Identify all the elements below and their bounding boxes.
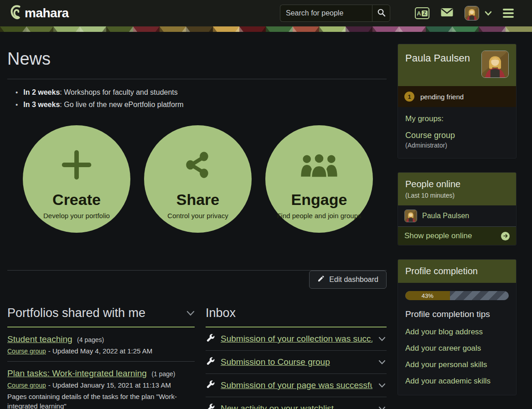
wrench-icon xyxy=(207,404,215,409)
share-sublabel: Control your privacy xyxy=(144,212,252,220)
profile-name: Paula Paulsen xyxy=(405,52,470,64)
pending-friend-row[interactable]: 1 pending friend xyxy=(398,86,516,107)
create-sublabel: Develop your portfolio xyxy=(23,212,130,220)
profile-completion-header: Profile completion xyxy=(398,260,516,283)
pending-count-badge: 1 xyxy=(404,92,414,102)
inbox-message-link[interactable]: Submission of your collection was succ..… xyxy=(221,334,372,344)
portfolios-shared-title: Portfolios shared with me xyxy=(7,306,145,320)
wrench-icon xyxy=(207,357,215,367)
create-circle-button[interactable]: Create Develop your portfolio xyxy=(23,125,130,233)
profile-card-header: Paula Paulsen xyxy=(398,44,516,86)
profile-completion-card: Profile completion 43% Profile completio… xyxy=(398,259,517,395)
main-content: News In 2 weeks: Workshops for faculty a… xyxy=(7,44,387,409)
create-label: Create xyxy=(23,191,130,209)
profile-card: Paula Paulsen 1 xyxy=(398,44,517,158)
search-form xyxy=(280,5,390,22)
hamburger-icon xyxy=(503,9,514,10)
news-list: In 2 weeks: Workshops for faculty and st… xyxy=(15,88,387,109)
engage-sublabel: Find people and join groups xyxy=(265,212,373,220)
mahara-koru-icon xyxy=(9,3,23,24)
inbox-chevron-down-icon[interactable] xyxy=(378,360,386,365)
page-title: News xyxy=(7,49,387,69)
inbox-list-item: New activity on your watchlist xyxy=(206,397,387,409)
tip-link-academic-skills[interactable]: Add your academic skills xyxy=(405,377,509,386)
progress-percent-label: 43% xyxy=(422,292,434,299)
my-groups-heading: My groups: xyxy=(405,114,509,123)
profile-avatar[interactable] xyxy=(481,51,509,78)
my-groups-section: My groups: Course group (Administrator) xyxy=(398,107,516,158)
inbox-list-item: Submission of your page was successful xyxy=(206,374,387,397)
profile-completion-tips-heading: Profile completion tips xyxy=(405,309,509,319)
page-layout: News In 2 weeks: Workshops for faculty a… xyxy=(0,32,532,409)
share-label: Share xyxy=(144,191,252,209)
user-menu-avatar[interactable] xyxy=(465,6,479,20)
inbox-message-link[interactable]: Submission of your page was successful xyxy=(221,380,372,390)
envelope-icon xyxy=(440,7,454,20)
quicklink-circles: Create Develop your portfolio Share Cont… xyxy=(23,125,387,233)
translate-icon: A xyxy=(417,10,421,17)
strip-segment xyxy=(506,26,532,32)
portfolios-chevron-down-icon[interactable] xyxy=(186,311,195,316)
group-link[interactable]: Course group xyxy=(405,131,509,140)
dashboard-toolbar: Edit dashboard xyxy=(7,270,387,289)
portfolio-updated: - Updated May 4, 2022 at 1:25 AM xyxy=(48,347,152,355)
portfolio-link[interactable]: Student teaching xyxy=(7,334,72,344)
inbox-message-link[interactable]: New activity on your watchlist xyxy=(221,404,372,409)
inbox-chevron-down-icon[interactable] xyxy=(378,406,386,409)
portfolio-list-item: Student teaching (4 pages) Course group-… xyxy=(7,327,195,362)
show-people-online-label: Show people online xyxy=(404,231,472,240)
inbox-list-item: Submission to Course group xyxy=(206,351,387,374)
online-person-avatar[interactable] xyxy=(404,210,417,222)
tip-link-blog-address[interactable]: Add your blog address xyxy=(405,327,509,337)
people-online-card: People online (Last 10 minutes) xyxy=(398,172,517,245)
user-menu-chevron-down-icon[interactable] xyxy=(485,11,492,16)
inbox-chevron-down-icon[interactable] xyxy=(378,383,386,388)
user-avatar-image xyxy=(465,6,479,20)
people-online-subtitle: (Last 10 minutes) xyxy=(405,192,509,199)
pencil-icon xyxy=(317,275,325,284)
users-icon xyxy=(265,145,373,184)
profile-completion-title: Profile completion xyxy=(405,266,509,276)
portfolio-group-link[interactable]: Course group xyxy=(7,382,46,389)
decorative-strip xyxy=(0,26,532,32)
portfolio-page-count: (4 pages) xyxy=(77,336,104,343)
edit-dashboard-button[interactable]: Edit dashboard xyxy=(309,271,387,289)
news-divider xyxy=(7,79,387,79)
news-item: In 2 weeks: Workshops for faculty and st… xyxy=(15,88,387,97)
inbox-message-link[interactable]: Submission to Course group xyxy=(221,357,372,367)
inbox-block: Inbox Submission of your collection was … xyxy=(206,306,387,409)
profile-completion-progressbar: 43% xyxy=(405,291,509,300)
inbox-chevron-down-icon[interactable] xyxy=(378,337,386,342)
portfolio-page-count: (1 page) xyxy=(151,370,175,378)
engage-label: Engage xyxy=(265,191,373,209)
portfolios-shared-block: Portfolios shared with me Student teachi… xyxy=(7,306,195,409)
engage-circle-button[interactable]: Engage Find people and join groups xyxy=(265,125,373,233)
inbox-title: Inbox xyxy=(206,306,236,320)
people-online-title: People online xyxy=(405,179,509,189)
show-people-online-button[interactable]: Show people online xyxy=(398,227,516,245)
tip-link-personal-skills[interactable]: Add your personal skills xyxy=(405,360,509,369)
arrow-right-icon xyxy=(501,232,510,240)
people-online-header: People online (Last 10 minutes) xyxy=(398,173,516,205)
messages-button[interactable] xyxy=(440,7,454,20)
portfolio-list-item: Plan tasks: Work-integrated learning (1 … xyxy=(7,362,195,409)
top-navigation-bar: mahara A Z xyxy=(0,0,532,26)
topbar-icons: A Z xyxy=(415,6,514,20)
news-item: In 3 weeks: Go live of the new ePortfoli… xyxy=(15,101,387,109)
share-circle-button[interactable]: Share Control your privacy xyxy=(144,125,252,233)
portfolio-link[interactable]: Plan tasks: Work-integrated learning xyxy=(7,368,147,378)
inbox-list-item: Submission of your collection was succ..… xyxy=(206,327,387,351)
wrench-icon xyxy=(207,334,215,344)
wrench-icon xyxy=(207,380,215,390)
portfolio-group-link[interactable]: Course group xyxy=(7,348,46,355)
translate-button[interactable]: A Z xyxy=(415,7,429,19)
search-button[interactable] xyxy=(372,5,390,22)
online-person-link[interactable]: Paula Paulsen xyxy=(422,212,469,220)
search-icon xyxy=(377,8,386,18)
group-role: (Administrator) xyxy=(405,142,509,149)
tip-link-career-goals[interactable]: Add your career goals xyxy=(405,344,509,353)
mahara-logo[interactable]: mahara xyxy=(9,3,69,24)
main-menu-button[interactable] xyxy=(503,9,514,18)
pending-friend-label: pending friend xyxy=(420,93,464,101)
search-input[interactable] xyxy=(280,5,372,22)
